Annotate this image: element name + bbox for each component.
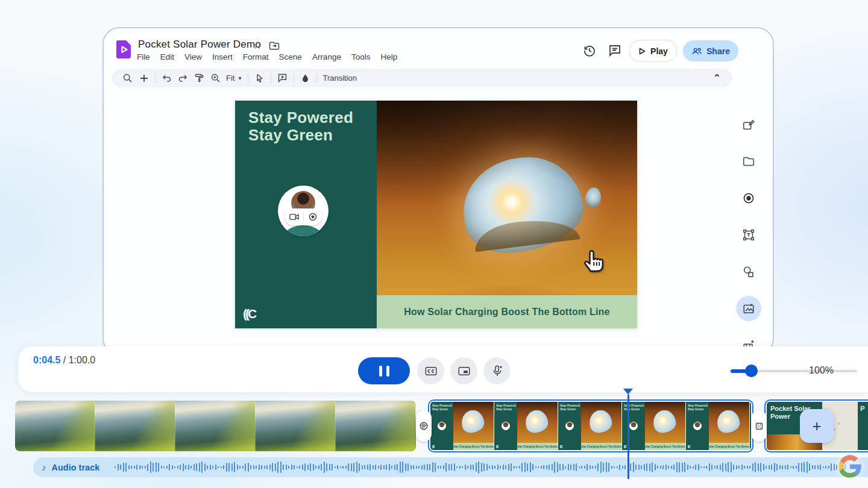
transition-button-2[interactable] (751, 410, 767, 442)
select-tool-icon[interactable] (251, 70, 268, 86)
menu-edit[interactable]: Edit (160, 52, 174, 61)
play-button-label: Play (650, 46, 668, 56)
toolbar: Fit ▾ Transition ⌃ (112, 69, 732, 87)
zoom-slider-thumb[interactable] (745, 364, 758, 377)
music-note-icon: ♪ (42, 462, 46, 472)
transition-button-1[interactable] (416, 410, 432, 442)
share-button-label: Share (706, 46, 730, 56)
background-fill-icon[interactable] (297, 70, 313, 86)
toolbar-divider (316, 74, 317, 83)
zoom-fit-label[interactable]: Fit (224, 74, 237, 83)
paint-format-icon[interactable] (191, 70, 207, 86)
record-icon[interactable] (304, 213, 322, 221)
voiceover-button[interactable] (483, 357, 511, 384)
zoom-in-icon[interactable] (207, 70, 224, 86)
drive-folder-icon[interactable] (736, 149, 761, 174)
play-button[interactable]: Play (629, 40, 677, 62)
insert-rail (735, 112, 762, 358)
add-comment-icon[interactable] (274, 70, 291, 86)
toolbar-divider (155, 74, 156, 83)
add-scene-button[interactable]: + (800, 409, 834, 443)
comment-icon[interactable] (608, 43, 622, 58)
captions-button[interactable] (417, 357, 444, 384)
camera-icon[interactable] (285, 213, 303, 221)
transition-button[interactable]: Transition (320, 74, 359, 83)
avatar-media-pill[interactable] (285, 208, 322, 225)
brand-logo: ((C (243, 307, 255, 321)
slide-teal-panel[interactable]: Stay Powered Stay Green ((C (235, 101, 377, 328)
time-display: 0:04.5 / 1:00.0 (33, 355, 95, 366)
mountain-frame (336, 401, 416, 451)
menu-arrange[interactable]: Arrange (312, 52, 341, 61)
menu-insert[interactable]: Insert (212, 52, 233, 61)
toolbar-divider (294, 74, 294, 83)
share-button[interactable]: Share (683, 40, 738, 61)
mountain-frame (256, 401, 336, 451)
share-people-icon (691, 46, 702, 56)
mountain-frame (15, 401, 95, 451)
search-icon[interactable] (119, 70, 136, 86)
picture-in-picture-button[interactable] (450, 357, 477, 384)
playhead-line[interactable] (627, 395, 629, 479)
pause-bar (386, 366, 389, 377)
star-icon[interactable]: ☆ (253, 39, 262, 52)
redo-icon[interactable] (175, 70, 191, 86)
record-camera-icon[interactable] (736, 186, 761, 211)
pause-bar (379, 366, 382, 377)
scene-frame: Stay PoweredStay Green ((C How Solar Cha… (622, 402, 686, 450)
audio-track[interactable]: ♪ Audio track (33, 457, 868, 477)
slide-image[interactable]: How Solar Charging Boost The Bottom Line (377, 101, 637, 328)
add-icon[interactable] (136, 70, 152, 86)
move-folder-icon[interactable] (268, 40, 280, 52)
menu-view[interactable]: View (184, 52, 202, 61)
play-icon (638, 48, 646, 55)
google-logo (837, 453, 863, 480)
slide-caption-bar[interactable]: How Solar Charging Boost The Bottom Line (377, 295, 637, 328)
insert-image-icon[interactable] (736, 296, 761, 321)
zoom-fit-caret-icon[interactable]: ▾ (237, 75, 245, 81)
current-time: 0:04.5 (33, 355, 60, 365)
toolbar-divider (271, 74, 271, 83)
zoom-level-label: 100% (809, 365, 834, 376)
vids-app-icon (116, 40, 131, 59)
rock-vignette (377, 101, 637, 328)
shapes-icon[interactable] (736, 259, 761, 284)
menu-format[interactable]: Format (243, 52, 269, 61)
presenter-shirt (286, 225, 321, 236)
audio-waveform (115, 457, 860, 477)
time-separator: / (60, 355, 68, 365)
total-time: 1:00.0 (69, 355, 95, 365)
slide-canvas[interactable]: Stay Powered Stay Green ((C How Solar Ch… (235, 101, 637, 328)
hand-cursor (580, 246, 609, 275)
scene-frame: Stay PoweredStay Green ((C How Solar Cha… (686, 402, 750, 450)
text-box-icon[interactable] (736, 222, 761, 248)
menu-tools[interactable]: Tools (351, 52, 371, 61)
menu-scene[interactable]: Scene (279, 52, 302, 61)
scene-frame: Stay PoweredStay Green ((C How Solar Cha… (494, 402, 558, 450)
scene-frame: Stay PoweredStay Green ((C How Solar Cha… (430, 402, 494, 450)
version-history-icon[interactable] (582, 43, 597, 58)
collapse-toolbar-icon[interactable]: ⌃ (709, 70, 725, 86)
mountain-frame (95, 401, 175, 451)
mountain-frame (175, 401, 256, 451)
pause-button[interactable] (358, 357, 410, 384)
document-title[interactable]: Pocket Solar Power Demo (138, 39, 261, 51)
menu-help[interactable]: Help (380, 52, 397, 61)
timeline-clip-mountains[interactable] (15, 401, 416, 451)
slide-headline[interactable]: Stay Powered Stay Green (248, 109, 353, 143)
scene-frame: Stay PoweredStay Green ((C How Solar Cha… (558, 402, 622, 450)
audio-track-label: Audio track (52, 463, 100, 472)
toolbar-divider (248, 74, 248, 83)
undo-icon[interactable] (159, 70, 175, 86)
templates-icon[interactable] (736, 112, 761, 137)
menu-file[interactable]: File (137, 52, 150, 61)
timeline-scene-selected[interactable]: Stay PoweredStay Green ((C How Solar Cha… (428, 399, 753, 452)
slide-caption-text: How Solar Charging Boost The Bottom Line (404, 307, 609, 318)
playhead-handle[interactable] (623, 389, 633, 395)
next-frame-sliver: P (858, 402, 868, 450)
menu-bar: File Edit View Insert Format Scene Arran… (137, 52, 397, 61)
